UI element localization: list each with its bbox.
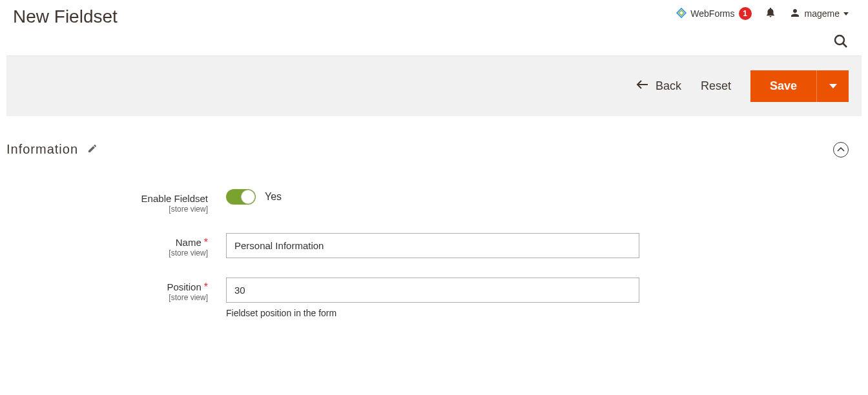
arrow-left-icon [636,79,649,93]
scope-note: [store view] [6,205,208,214]
field-label: Name [176,237,202,248]
actions-bar: Back Reset Save [6,56,862,116]
search-icon[interactable] [833,40,849,51]
enable-fieldset-toggle[interactable] [226,189,256,205]
name-input[interactable] [226,233,639,258]
field-label: Enable Fieldset [141,193,208,204]
user-icon [789,7,801,21]
chevron-down-icon [843,12,849,15]
webforms-link[interactable]: WebForms 1 [676,7,751,20]
help-text: Fieldset position in the form [226,308,639,318]
svg-line-1 [843,43,847,47]
username: mageme [805,8,840,19]
svg-point-0 [835,35,844,45]
user-menu[interactable]: mageme [789,7,849,21]
chevron-down-icon [829,84,837,88]
section-title: Information [6,142,78,157]
position-input[interactable] [226,278,639,303]
webforms-label: WebForms [690,8,734,19]
reset-button[interactable]: Reset [701,79,731,93]
webforms-icon [676,8,687,20]
pencil-icon[interactable] [87,143,98,156]
scope-note: [store view] [6,293,208,302]
save-dropdown-button[interactable] [816,70,849,102]
toggle-knob [241,190,255,204]
back-label: Back [656,79,681,93]
bell-icon[interactable] [765,6,776,21]
scope-note: [store view] [6,248,208,258]
webforms-badge: 1 [739,7,752,20]
save-button[interactable]: Save [750,70,816,102]
toggle-value-label: Yes [265,191,282,203]
back-button[interactable]: Back [636,79,681,93]
required-star: * [204,237,208,248]
required-star: * [204,281,208,292]
collapse-section-button[interactable] [833,142,849,157]
field-label: Position [167,281,201,292]
